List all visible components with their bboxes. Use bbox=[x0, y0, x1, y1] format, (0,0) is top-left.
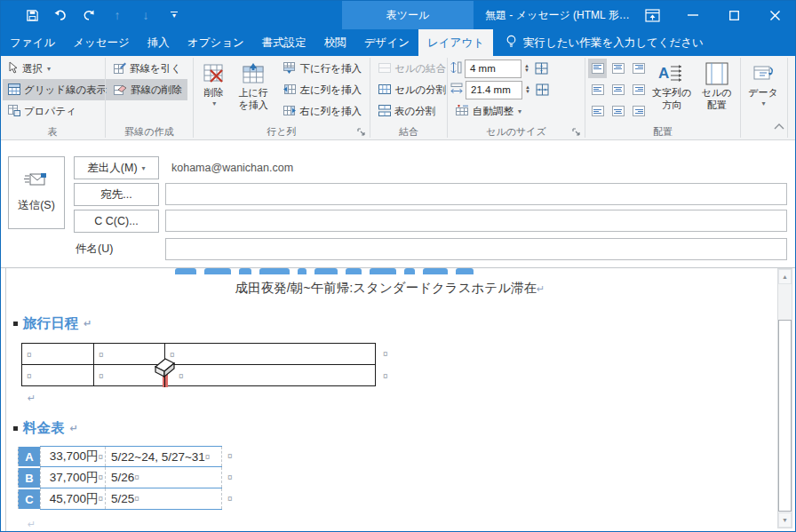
align-top-right-button[interactable] bbox=[629, 59, 648, 78]
view-gridlines-toggle[interactable]: グリッド線の表示 bbox=[3, 79, 112, 100]
paragraph-marker: ↵ bbox=[28, 519, 36, 530]
price-cell[interactable]: 37,700円¤ bbox=[40, 467, 105, 488]
align-center-button[interactable] bbox=[609, 80, 627, 99]
table-cell[interactable]: ¤ bbox=[165, 344, 376, 365]
group-separator bbox=[447, 58, 448, 138]
scroll-down-icon[interactable]: ▼ bbox=[778, 512, 792, 528]
dates-cell[interactable]: 5/22~24, 5/27~31¤ bbox=[105, 447, 222, 466]
draw-table-button[interactable]: 罫線を引く bbox=[108, 58, 187, 79]
price-cell[interactable]: 33,700円¤ bbox=[40, 447, 105, 466]
save-icon[interactable] bbox=[24, 7, 40, 23]
split-cells-button[interactable]: セルの分割 bbox=[373, 79, 451, 100]
message-body[interactable]: 成田夜発/朝~午前帰:スタンダードクラスホテル滞在↵ 旅行日程 ↵ ¤ ¤ ¤ … bbox=[1, 267, 795, 531]
insert-below-button[interactable]: 下に行を挿入 bbox=[278, 58, 367, 79]
autofit-icon bbox=[456, 105, 469, 117]
cell-alignment-grid bbox=[588, 58, 648, 124]
select-button[interactable]: 選択▾ bbox=[3, 58, 112, 79]
tab-options[interactable]: オプション bbox=[179, 29, 253, 56]
ribbon-display-options-icon[interactable] bbox=[632, 1, 673, 29]
column-width-input[interactable]: 21.4 mm bbox=[466, 81, 522, 99]
insert-left-icon bbox=[283, 83, 296, 97]
group-label-alignment: 配置 bbox=[653, 125, 673, 139]
tab-layout[interactable]: レイアウト bbox=[418, 29, 493, 56]
column-width-spinner[interactable]: ▲▼ bbox=[525, 85, 530, 94]
ribbon-layout-tab: 選択▾ グリッド線の表示 プロパティ 表 罫線を引く bbox=[1, 56, 795, 140]
group-merge: セルの結合 セルの分割 表の分割 結合 bbox=[371, 56, 446, 139]
tab-format-text[interactable]: 書式設定 bbox=[253, 29, 315, 56]
to-input[interactable] bbox=[165, 183, 787, 205]
cc-button[interactable]: C C(C)... bbox=[74, 210, 159, 233]
to-button[interactable]: 宛先... bbox=[74, 183, 159, 206]
draw-border-icon bbox=[114, 62, 126, 75]
dialog-launcher-icon[interactable] bbox=[357, 127, 365, 138]
delete-button[interactable]: 削除 ▾ bbox=[196, 58, 232, 124]
close-button[interactable] bbox=[754, 1, 795, 29]
table-cell[interactable]: ¤ bbox=[22, 365, 94, 386]
editing-canvas[interactable]: 成田夜発/朝~午前帰:スタンダードクラスホテル滞在↵ 旅行日程 ↵ ¤ ¤ ¤ … bbox=[5, 268, 774, 531]
cc-input[interactable] bbox=[165, 210, 787, 232]
scroll-up-icon[interactable]: ▲ bbox=[778, 269, 792, 284]
send-button[interactable]: 送信(S) bbox=[8, 156, 65, 229]
align-bottom-center-button[interactable] bbox=[609, 101, 627, 121]
undo-icon[interactable] bbox=[52, 7, 68, 23]
paragraph-marker: ↵ bbox=[28, 393, 36, 404]
contextual-tab-label: 表ツール bbox=[386, 8, 430, 23]
border-eraser-toggle[interactable]: 罫線の削除 bbox=[108, 79, 187, 100]
from-button[interactable]: 差出人(M)▾ bbox=[74, 156, 159, 179]
heading-price: 料金表 ↵ bbox=[13, 419, 78, 438]
customize-qat-icon[interactable]: ▾ bbox=[166, 7, 182, 23]
maximize-button[interactable] bbox=[713, 1, 754, 29]
insert-right-button[interactable]: 右に列を挿入 bbox=[278, 100, 367, 122]
align-center-right-button[interactable] bbox=[629, 80, 648, 99]
scrollbar-track[interactable] bbox=[778, 284, 792, 512]
align-top-center-button[interactable] bbox=[609, 59, 627, 78]
scrollbar-thumb[interactable] bbox=[778, 320, 792, 512]
data-button[interactable]: データ ▾ bbox=[744, 58, 783, 124]
align-center-left-button[interactable] bbox=[588, 80, 607, 99]
row-height-icon bbox=[450, 61, 462, 76]
gridlines-icon bbox=[8, 83, 20, 97]
dialog-launcher-icon[interactable] bbox=[572, 127, 580, 138]
price-row-header[interactable]: B bbox=[18, 468, 40, 488]
vertical-scrollbar[interactable]: ▲ ▼ bbox=[777, 268, 792, 528]
tab-message[interactable]: メッセージ bbox=[64, 29, 139, 56]
table-properties-button[interactable]: プロパティ bbox=[3, 100, 112, 122]
cell-margins-button[interactable]: セルの配置 bbox=[696, 58, 737, 124]
insert-above-button[interactable]: 上に行を挿入 bbox=[232, 58, 275, 124]
price-row-header[interactable]: C bbox=[18, 489, 40, 509]
distribute-rows-button[interactable] bbox=[532, 59, 552, 78]
split-table-button[interactable]: 表の分割 bbox=[373, 100, 451, 122]
merge-cells-icon bbox=[378, 62, 391, 75]
subject-input[interactable] bbox=[165, 238, 787, 260]
autofit-button[interactable]: 自動調整▾ bbox=[450, 100, 582, 122]
row-end-marker: ¤ bbox=[227, 494, 233, 504]
quick-access-toolbar: ↑ ↓ ▾ bbox=[1, 7, 182, 23]
table-row: C 45,700円¤ 5/25¤ ¤ bbox=[18, 488, 222, 510]
text-direction-button[interactable]: A 文字列の方向 bbox=[648, 58, 696, 124]
redo-icon[interactable] bbox=[81, 7, 97, 23]
dates-cell[interactable]: 5/25¤ bbox=[105, 488, 222, 509]
price-row-header[interactable]: A bbox=[18, 447, 40, 466]
align-top-left-button[interactable] bbox=[588, 59, 607, 78]
tab-file[interactable]: ファイル bbox=[1, 29, 64, 56]
tab-insert[interactable]: 挿入 bbox=[139, 29, 179, 56]
distribute-columns-button[interactable] bbox=[533, 80, 553, 99]
price-cell[interactable]: 45,700円¤ bbox=[40, 488, 105, 509]
price-table[interactable]: A 33,700円¤ 5/22~24, 5/27~31¤ ¤ B 37,700円… bbox=[18, 446, 222, 510]
row-height-input[interactable]: 4 mm bbox=[465, 60, 521, 78]
tell-me-box[interactable]: 実行したい作業を入力してください bbox=[493, 29, 704, 56]
itinerary-table[interactable]: ¤ ¤ ¤ ¤ ¤ ¤ bbox=[21, 343, 376, 386]
align-bottom-right-button[interactable] bbox=[629, 101, 648, 121]
align-bottom-left-button[interactable] bbox=[588, 101, 607, 121]
tab-review[interactable]: 校閲 bbox=[315, 29, 355, 56]
dates-cell[interactable]: 5/26¤ bbox=[105, 467, 222, 488]
collapse-ribbon-icon[interactable] bbox=[774, 120, 784, 132]
tab-design[interactable]: デザイン bbox=[355, 29, 418, 56]
group-rows-columns: 削除 ▾ 上に行を挿入 下に行を挿入 左に列を挿入 bbox=[195, 56, 369, 139]
minimize-button[interactable] bbox=[673, 1, 713, 29]
row-height-spinner[interactable]: ▲▼ bbox=[524, 64, 529, 73]
table-cell[interactable]: ¤ bbox=[165, 365, 376, 386]
insert-right-icon bbox=[283, 105, 296, 118]
insert-left-button[interactable]: 左に列を挿入 bbox=[278, 79, 367, 100]
table-cell[interactable]: ¤ bbox=[22, 344, 94, 365]
